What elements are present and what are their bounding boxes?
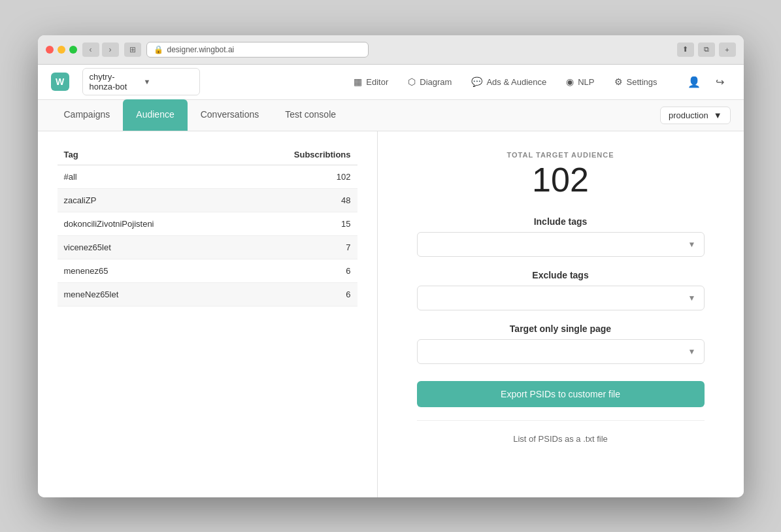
nav-settings-label: Settings (627, 77, 657, 87)
back-button[interactable]: ‹ (82, 42, 99, 57)
diagram-icon: ⬡ (408, 76, 416, 87)
sub-cell: 48 (237, 188, 357, 212)
browser-window: ‹ › ⊞ 🔒 designer.wingbot.ai ⬆ ⧉ + W chyt… (38, 35, 744, 497)
nav-diagram[interactable]: ⬡ Diagram (400, 73, 459, 91)
nav-nlp-label: NLP (578, 77, 594, 87)
audience-table: Tag Subscribtions #all 102 zacaliZP 48 d… (58, 144, 357, 307)
env-label: production (669, 110, 708, 120)
fullscreen-button[interactable]: ⧉ (698, 42, 715, 57)
tab-test-console[interactable]: Test console (272, 99, 349, 131)
tag-cell: #all (58, 165, 237, 188)
table-row[interactable]: dokonciliZivotniPojisteni 15 (58, 212, 357, 235)
single-page-dropdown[interactable]: ▼ (417, 339, 705, 364)
app-header: W chytry-honza-bot ▼ ▦ Editor ⬡ Diagram … (38, 65, 744, 100)
right-panel: TOTAL TARGET AUDIENCE 102 Include tags ▼… (378, 131, 744, 497)
url-text: designer.wingbot.ai (167, 45, 235, 54)
address-bar: 🔒 designer.wingbot.ai (146, 42, 369, 58)
nav-nlp[interactable]: ◉ NLP (558, 73, 602, 91)
tab-conversations[interactable]: Conversations (188, 99, 273, 131)
user-button[interactable]: 👤 (684, 71, 705, 92)
tab-campaigns[interactable]: Campaigns (51, 99, 124, 131)
tag-cell: menenez65 (58, 259, 237, 282)
col-subscriptions: Subscribtions (237, 144, 357, 165)
sub-cell: 7 (237, 235, 357, 259)
minimize-button[interactable] (58, 46, 65, 54)
include-dropdown-arrow-icon: ▼ (688, 240, 696, 249)
nav-editor[interactable]: ▦ Editor (346, 73, 396, 91)
sub-cell: 6 (237, 282, 357, 306)
exclude-tags-dropdown[interactable]: ▼ (417, 286, 705, 310)
logout-button[interactable]: ↪ (710, 71, 731, 92)
chevron-down-icon: ▼ (714, 110, 722, 120)
share-button[interactable]: ⬆ (677, 42, 694, 57)
main-content: Tag Subscribtions #all 102 zacaliZP 48 d… (38, 131, 744, 497)
divider (417, 420, 705, 421)
nav-diagram-label: Diagram (420, 77, 452, 87)
nav-settings[interactable]: ⚙ Settings (607, 73, 665, 91)
tab-audience[interactable]: Audience (123, 99, 187, 131)
forward-button[interactable]: › (102, 42, 119, 57)
new-tab-button[interactable]: + (719, 42, 736, 57)
tag-cell: dokonciliZivotniPojisteni (58, 212, 237, 235)
bot-selector[interactable]: chytry-honza-bot ▼ (82, 68, 200, 95)
table-row[interactable]: vicenez65let 7 (58, 235, 357, 259)
exclude-tags-label: Exclude tags (417, 270, 705, 280)
list-psids-text: List of PSIDs as a .txt file (417, 434, 705, 444)
sub-cell: 6 (237, 259, 357, 282)
exclude-dropdown-arrow-icon: ▼ (688, 293, 696, 303)
table-row[interactable]: #all 102 (58, 165, 357, 188)
nlp-icon: ◉ (566, 76, 574, 87)
sub-cell: 102 (237, 165, 357, 188)
table-row[interactable]: menenez65 6 (58, 259, 357, 282)
col-tag: Tag (58, 144, 237, 165)
nav-ads-audience[interactable]: 💬 Ads & Audience (463, 73, 554, 91)
single-page-label: Target only single page (417, 324, 705, 334)
traffic-lights (46, 46, 77, 54)
logo: W (51, 73, 69, 91)
settings-icon: ⚙ (614, 76, 623, 87)
browser-chrome: ‹ › ⊞ 🔒 designer.wingbot.ai ⬆ ⧉ + (38, 35, 744, 65)
chevron-down-icon: ▼ (144, 78, 193, 86)
ads-icon: 💬 (471, 76, 482, 87)
nav-editor-label: Editor (366, 77, 388, 87)
include-tags-dropdown[interactable]: ▼ (417, 232, 705, 257)
filter-section: Include tags ▼ Exclude tags ▼ Target onl… (417, 216, 705, 444)
left-panel: Tag Subscribtions #all 102 zacaliZP 48 d… (38, 131, 378, 497)
single-page-dropdown-arrow-icon: ▼ (688, 347, 696, 356)
nav-menu: ▦ Editor ⬡ Diagram 💬 Ads & Audience ◉ NL… (346, 73, 665, 91)
total-audience-section: TOTAL TARGET AUDIENCE 102 (507, 151, 614, 197)
maximize-button[interactable] (69, 46, 77, 54)
tab-bar: Campaigns Audience Conversations Test co… (38, 100, 744, 131)
nav-ads-label: Ads & Audience (486, 77, 546, 87)
include-tags-label: Include tags (417, 216, 705, 227)
lock-icon: 🔒 (154, 45, 163, 54)
total-label: TOTAL TARGET AUDIENCE (507, 151, 614, 159)
tag-cell: meneNez65let (58, 282, 237, 306)
total-number: 102 (507, 163, 614, 197)
close-button[interactable] (46, 46, 54, 54)
header-actions: 👤 ↪ (684, 71, 731, 92)
env-selector[interactable]: production ▼ (660, 107, 731, 124)
tag-cell: zacaliZP (58, 188, 237, 212)
tag-cell: vicenez65let (58, 235, 237, 259)
tab-button[interactable]: ⊞ (124, 42, 141, 57)
table-row[interactable]: meneNez65let 6 (58, 282, 357, 306)
export-psids-button[interactable]: Export PSIDs to customer file (417, 381, 705, 407)
editor-icon: ▦ (354, 76, 362, 87)
table-row[interactable]: zacaliZP 48 (58, 188, 357, 212)
bot-name: chytry-honza-bot (90, 72, 139, 91)
sub-cell: 15 (237, 212, 357, 235)
